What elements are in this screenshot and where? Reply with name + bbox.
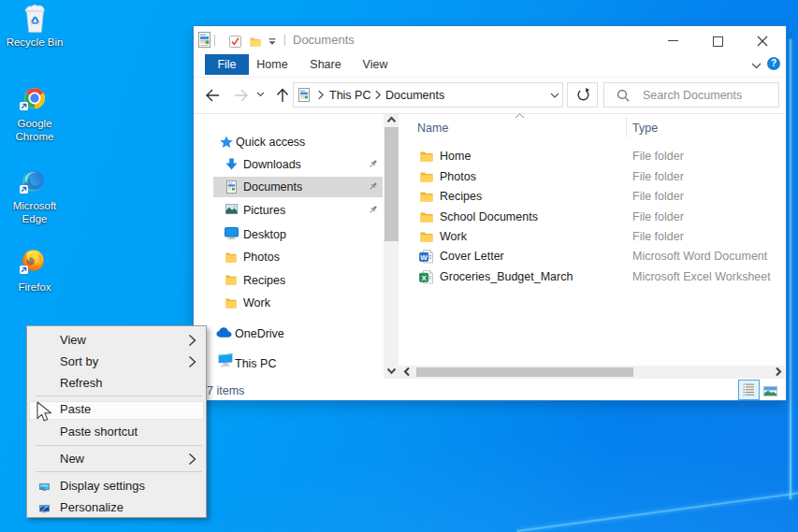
svg-text:X: X <box>421 274 427 282</box>
svg-text:W: W <box>420 253 428 262</box>
